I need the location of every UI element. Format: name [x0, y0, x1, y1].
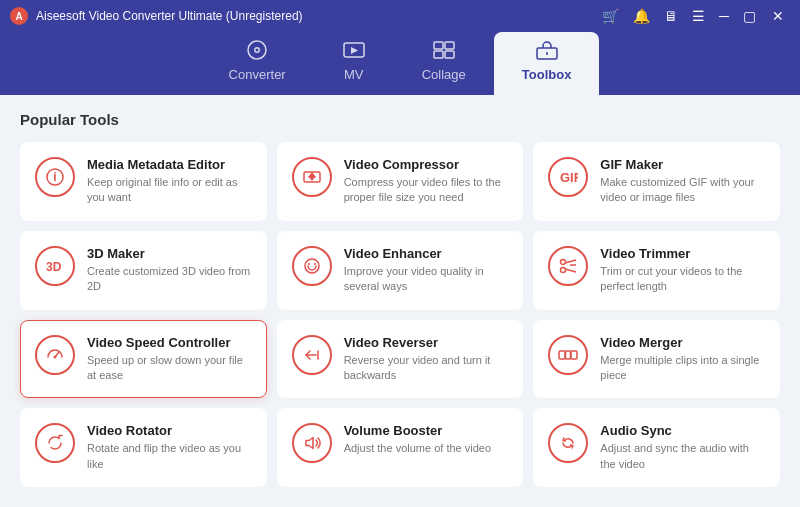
tool-name-video-enhancer: Video Enhancer — [344, 246, 509, 261]
tab-toolbox[interactable]: Toolbox — [494, 32, 600, 95]
svg-point-18 — [308, 263, 310, 265]
tool-name-media-metadata: Media Metadata Editor — [87, 157, 252, 172]
svg-text:A: A — [15, 11, 22, 22]
tool-desc-video-merger: Merge multiple clips into a single piece — [600, 353, 765, 384]
tool-name-video-speed-controller: Video Speed Controller — [87, 335, 252, 350]
tool-info-video-speed-controller: Video Speed Controller Speed up or slow … — [87, 335, 252, 384]
tool-desc-3d-maker: Create customized 3D video from 2D — [87, 264, 252, 295]
svg-rect-28 — [566, 351, 571, 359]
tab-mv-label: MV — [344, 67, 364, 82]
volume-icon — [292, 423, 332, 463]
collage-icon — [432, 40, 456, 63]
svg-rect-29 — [571, 351, 577, 359]
reverse-icon — [292, 335, 332, 375]
tab-collage[interactable]: Collage — [394, 32, 494, 95]
cart-icon[interactable]: 🛒 — [598, 6, 623, 26]
section-title: Popular Tools — [20, 111, 780, 128]
merge-icon — [548, 335, 588, 375]
minimize-icon[interactable]: ─ — [715, 6, 733, 26]
mv-icon — [342, 40, 366, 63]
tool-desc-video-compressor: Compress your video files to the proper … — [344, 175, 509, 206]
tool-info-3d-maker: 3D Maker Create customized 3D video from… — [87, 246, 252, 295]
tool-name-video-reverser: Video Reverser — [344, 335, 509, 350]
svg-text:GIF: GIF — [560, 170, 578, 185]
maximize-icon[interactable]: ▢ — [739, 6, 760, 26]
tool-card-video-compressor[interactable]: Video Compressor Compress your video fil… — [277, 142, 524, 221]
tool-desc-video-trimmer: Trim or cut your videos to the perfect l… — [600, 264, 765, 295]
tab-mv[interactable]: MV — [314, 32, 394, 95]
svg-rect-7 — [445, 42, 454, 49]
tool-card-video-rotator[interactable]: Video Rotator Rotate and flip the video … — [20, 408, 267, 487]
monitor-icon[interactable]: 🖥 — [660, 6, 682, 26]
info-icon: i — [35, 157, 75, 197]
tool-name-gif-maker: GIF Maker — [600, 157, 765, 172]
rotate-icon — [35, 423, 75, 463]
tool-desc-audio-sync: Adjust and sync the audio with the video — [600, 441, 765, 472]
tool-desc-video-rotator: Rotate and flip the video as you like — [87, 441, 252, 472]
tab-toolbox-label: Toolbox — [522, 67, 572, 82]
tool-info-volume-booster: Volume Booster Adjust the volume of the … — [344, 423, 509, 456]
tool-card-video-enhancer[interactable]: Video Enhancer Improve your video qualit… — [277, 231, 524, 310]
tool-name-audio-sync: Audio Sync — [600, 423, 765, 438]
svg-rect-27 — [559, 351, 565, 359]
tool-desc-volume-booster: Adjust the volume of the video — [344, 441, 509, 456]
tool-info-video-reverser: Video Reverser Reverse your video and tu… — [344, 335, 509, 384]
tool-desc-video-reverser: Reverse your video and turn it backwards — [344, 353, 509, 384]
tool-name-video-compressor: Video Compressor — [344, 157, 509, 172]
svg-point-17 — [305, 259, 319, 273]
svg-line-23 — [565, 269, 576, 272]
tool-name-3d-maker: 3D Maker — [87, 246, 252, 261]
menu-icon[interactable]: ☰ — [688, 6, 709, 26]
tool-card-3d-maker[interactable]: 3D 3D Maker Create customized 3D video f… — [20, 231, 267, 310]
3d-icon: 3D — [35, 246, 75, 286]
tab-converter-label: Converter — [229, 67, 286, 82]
tool-name-video-merger: Video Merger — [600, 335, 765, 350]
bell-icon[interactable]: 🔔 — [629, 6, 654, 26]
svg-point-26 — [54, 355, 57, 358]
tool-card-video-trimmer[interactable]: Video Trimmer Trim or cut your videos to… — [533, 231, 780, 310]
tool-info-video-rotator: Video Rotator Rotate and flip the video … — [87, 423, 252, 472]
svg-text:3D: 3D — [46, 260, 62, 274]
app-logo: A — [10, 7, 28, 25]
tool-info-media-metadata: Media Metadata Editor Keep original file… — [87, 157, 252, 206]
svg-point-4 — [256, 49, 259, 52]
tool-desc-media-metadata: Keep original file info or edit as you w… — [87, 175, 252, 206]
toolbox-icon — [535, 40, 559, 63]
tool-name-video-trimmer: Video Trimmer — [600, 246, 765, 261]
tool-card-video-merger[interactable]: Video Merger Merge multiple clips into a… — [533, 320, 780, 399]
svg-rect-8 — [434, 51, 443, 58]
titlebar-controls: 🛒 🔔 🖥 ☰ ─ ▢ ✕ — [598, 6, 790, 26]
tool-desc-video-speed-controller: Speed up or slow down your file at ease — [87, 353, 252, 384]
titlebar: A Aiseesoft Video Converter Ultimate (Un… — [0, 0, 800, 32]
gif-icon: GIF — [548, 157, 588, 197]
titlebar-title: Aiseesoft Video Converter Ultimate (Unre… — [36, 9, 598, 23]
tool-info-video-compressor: Video Compressor Compress your video fil… — [344, 157, 509, 206]
tab-collage-label: Collage — [422, 67, 466, 82]
compress-icon — [292, 157, 332, 197]
tool-card-gif-maker[interactable]: GIF GIF Maker Make customized GIF with y… — [533, 142, 780, 221]
svg-text:i: i — [53, 170, 56, 184]
svg-line-22 — [565, 260, 576, 263]
sync-icon — [548, 423, 588, 463]
tool-name-video-rotator: Video Rotator — [87, 423, 252, 438]
tool-card-video-reverser[interactable]: Video Reverser Reverse your video and tu… — [277, 320, 524, 399]
enhance-icon — [292, 246, 332, 286]
svg-rect-9 — [445, 51, 454, 58]
tool-name-volume-booster: Volume Booster — [344, 423, 509, 438]
converter-icon — [245, 40, 269, 63]
svg-point-21 — [561, 267, 566, 272]
tool-card-video-speed-controller[interactable]: Video Speed Controller Speed up or slow … — [20, 320, 267, 399]
close-icon[interactable]: ✕ — [766, 6, 790, 26]
svg-rect-6 — [434, 42, 443, 49]
tab-converter[interactable]: Converter — [201, 32, 314, 95]
tool-card-volume-booster[interactable]: Volume Booster Adjust the volume of the … — [277, 408, 524, 487]
tool-info-video-trimmer: Video Trimmer Trim or cut your videos to… — [600, 246, 765, 295]
speed-icon — [35, 335, 75, 375]
tool-card-audio-sync[interactable]: Audio Sync Adjust and sync the audio wit… — [533, 408, 780, 487]
tool-info-video-merger: Video Merger Merge multiple clips into a… — [600, 335, 765, 384]
trim-icon — [548, 246, 588, 286]
tool-info-audio-sync: Audio Sync Adjust and sync the audio wit… — [600, 423, 765, 472]
tool-card-media-metadata[interactable]: i Media Metadata Editor Keep original fi… — [20, 142, 267, 221]
tool-info-video-enhancer: Video Enhancer Improve your video qualit… — [344, 246, 509, 295]
tool-info-gif-maker: GIF Maker Make customized GIF with your … — [600, 157, 765, 206]
